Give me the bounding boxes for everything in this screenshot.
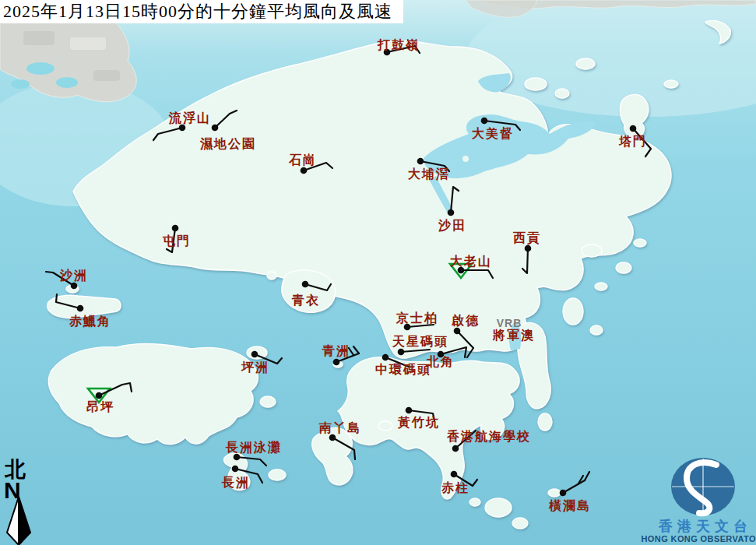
tolo-islet-1 bbox=[462, 156, 469, 162]
station-label: 橫瀾島 bbox=[548, 499, 591, 512]
variable-wind-note: VRB bbox=[497, 317, 522, 329]
map-title: 2025年1月13日15時00分的十分鐘平均風向及風速 bbox=[3, 0, 392, 23]
station-label: 將軍澳 bbox=[492, 329, 535, 342]
fish-pond-2 bbox=[56, 77, 78, 88]
waglan-islet bbox=[548, 489, 561, 497]
station-dot bbox=[301, 167, 308, 174]
station-dot bbox=[71, 283, 78, 290]
station-dot bbox=[481, 118, 488, 125]
station-label: 大美督 bbox=[472, 126, 514, 140]
station-label: 石崗 bbox=[288, 153, 317, 167]
crooked-island bbox=[576, 58, 595, 69]
station-label: 塔門 bbox=[618, 135, 647, 148]
station-dot bbox=[234, 454, 241, 461]
fish-pond-1 bbox=[26, 62, 55, 75]
town-island bbox=[634, 239, 646, 247]
hong-kong-map: 打鼓嶺流浮山濕地公園石崗大美督塔門大埔滘沙田西貢大老山屯門沙洲赤鱲角青衣京士柏啟… bbox=[0, 0, 756, 545]
shek-kwu-chau bbox=[269, 469, 286, 480]
tolo-islet-2 bbox=[410, 185, 415, 190]
po-toi-1 bbox=[485, 498, 512, 517]
station-label: 赤鱲角 bbox=[69, 315, 111, 328]
logo-chinese: 香港天文台 bbox=[658, 519, 752, 534]
fish-pond-3 bbox=[11, 79, 30, 89]
station-dot bbox=[448, 209, 455, 216]
jin-island bbox=[590, 325, 603, 335]
basalt-island bbox=[595, 283, 607, 290]
title-bar: 2025年1月13日15時00分的十分鐘平均風向及風速 bbox=[0, 0, 403, 23]
station-label: 長洲 bbox=[221, 476, 250, 489]
station-dot bbox=[172, 225, 179, 232]
station-label: 赤柱 bbox=[441, 481, 469, 494]
po-toi-2 bbox=[512, 518, 528, 529]
station-dot bbox=[251, 351, 258, 358]
station-label: 京士柏 bbox=[396, 311, 438, 325]
station-label: 屯門 bbox=[162, 234, 191, 248]
station-label: 濕地公園 bbox=[199, 137, 256, 151]
station-dot bbox=[398, 349, 405, 356]
station-dot bbox=[452, 445, 459, 452]
urban-block-1 bbox=[23, 31, 55, 45]
station-label: 昂坪 bbox=[86, 400, 114, 413]
po-toi-3 bbox=[469, 498, 480, 506]
station-label: 沙田 bbox=[438, 219, 466, 232]
station-label: 大老山 bbox=[450, 255, 492, 268]
station-dot bbox=[77, 305, 84, 312]
station-dot bbox=[406, 407, 413, 414]
station-dot bbox=[382, 354, 389, 361]
kat-o-island bbox=[525, 78, 547, 90]
hei-ling-chau bbox=[260, 396, 276, 407]
station-label: 中環碼頭 bbox=[375, 363, 431, 377]
station-dot bbox=[560, 490, 567, 497]
tung-lung-chau bbox=[538, 413, 552, 431]
ap-lei-chau bbox=[378, 421, 392, 431]
ma-wan-islet bbox=[267, 272, 276, 280]
ap-chau-island bbox=[555, 89, 569, 98]
ping-chau-islet bbox=[664, 80, 678, 88]
station-label: 香港航海學校 bbox=[446, 429, 531, 443]
station-label: 流浮山 bbox=[168, 111, 211, 125]
station-dot bbox=[525, 245, 532, 252]
station-label: 青洲 bbox=[322, 344, 350, 357]
station-dot bbox=[417, 158, 424, 165]
station-dot bbox=[451, 471, 458, 478]
station-dot bbox=[333, 359, 340, 366]
station-label: 黃竹坑 bbox=[397, 416, 440, 429]
station-dot bbox=[212, 125, 219, 132]
high-island bbox=[616, 262, 631, 273]
station-dot bbox=[232, 466, 239, 473]
station-label: 西貢 bbox=[512, 231, 541, 245]
station-label: 長洲泳灘 bbox=[225, 440, 282, 454]
logo-english: HONG KONG OBSERVATORY bbox=[641, 534, 756, 543]
urban-block-2 bbox=[70, 37, 106, 50]
station-label: 天星碼頭 bbox=[392, 335, 448, 349]
sharp-island bbox=[582, 244, 602, 257]
urban-block-3 bbox=[93, 70, 120, 81]
station-label: 南丫島 bbox=[318, 421, 361, 434]
station-dot bbox=[630, 125, 637, 132]
station-dot bbox=[302, 281, 309, 288]
kau-sai-chau bbox=[563, 298, 583, 325]
station-dot bbox=[329, 434, 336, 441]
station-label: 北角 bbox=[426, 355, 455, 368]
station-dot bbox=[179, 125, 186, 132]
station-label: 啟德 bbox=[451, 314, 480, 327]
station-label: 坪洲 bbox=[241, 360, 269, 374]
station-label: 沙洲 bbox=[59, 269, 88, 282]
station-label: 青衣 bbox=[291, 294, 320, 307]
station-dot bbox=[96, 392, 103, 399]
wind-map-screen: 打鼓嶺流浮山濕地公園石崗大美督塔門大埔滘沙田西貢大老山屯門沙洲赤鱲角青衣京士柏啟… bbox=[0, 0, 756, 545]
station-label: 打鼓嶺 bbox=[377, 38, 420, 51]
station-dot bbox=[454, 328, 461, 335]
station-label: 大埔滘 bbox=[408, 167, 450, 181]
